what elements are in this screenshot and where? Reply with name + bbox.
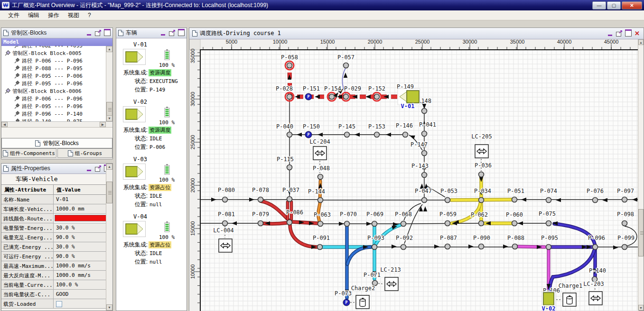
map-point-P-053[interactable] — [445, 198, 450, 203]
map-point-P-096[interactable] — [593, 245, 598, 250]
map-point-P-062[interactable] — [479, 221, 484, 226]
map-point-P-097[interactable] — [622, 197, 627, 202]
map-vertical-scrollbar[interactable]: ▲ ▼ — [638, 39, 644, 311]
map-point-P-051[interactable] — [512, 197, 517, 202]
tree-path-item[interactable]: 路径 P-095 --- P-096 — [1, 102, 106, 110]
scroll-up-icon[interactable]: ▲ — [106, 46, 112, 52]
scroll-thumb[interactable] — [638, 209, 644, 256]
tree-path-item[interactable]: 路径 P-088 --- P-095 — [1, 64, 106, 72]
scroll-down-icon[interactable]: ▼ — [106, 304, 112, 311]
map-point-P-075[interactable] — [546, 221, 551, 226]
panel-maximize-icon[interactable] — [177, 30, 185, 36]
map-point-P-144[interactable] — [318, 198, 323, 203]
map-point-P-086[interactable] — [287, 220, 292, 225]
map-point-P-153[interactable] — [374, 132, 380, 137]
tree-vertical-scrollbar[interactable]: ▲ ▼ — [106, 46, 112, 121]
tab-groups[interactable]: 组-Groups — [57, 148, 112, 158]
map-point-P-080[interactable] — [223, 197, 228, 202]
map-vehicle-v-01[interactable] — [398, 89, 420, 105]
scroll-down-icon[interactable]: ▼ — [638, 305, 644, 311]
property-row[interactable]: 电量预警-Energ...30.0 % — [1, 223, 112, 233]
property-row[interactable]: 最高速-Maximum...1000.0 mm/s — [1, 261, 112, 271]
map-location-Charge1[interactable] — [563, 293, 576, 306]
map-point-P-070[interactable] — [345, 221, 350, 227]
scroll-thumb[interactable] — [106, 182, 112, 203]
tree-horizontal-scrollbar[interactable]: ◀ ▶ — [1, 122, 112, 128]
blocks-footer-bar[interactable]: 管制区-Blocks — [1, 138, 112, 148]
map-point-P-060[interactable] — [512, 221, 517, 226]
panel-maximize-icon[interactable] — [625, 30, 632, 37]
map-point-P-047[interactable] — [422, 198, 427, 203]
panel-popout-icon[interactable] — [94, 30, 102, 36]
map-point-P-145[interactable] — [345, 132, 350, 137]
driving-course-map[interactable]: 5000100001500020000250003000035000400004… — [189, 39, 639, 311]
properties-scrollbar[interactable]: ▲ ▼ — [106, 164, 112, 311]
map-point-P-076[interactable] — [593, 198, 598, 203]
map-point-P-058[interactable] — [287, 63, 292, 68]
tree-path-item[interactable]: 路径 P-140 --- P-075 — [1, 118, 106, 122]
map-point-P-068[interactable] — [401, 221, 406, 227]
map-point-P-029[interactable] — [344, 94, 349, 100]
vehicle-icon-box[interactable] — [123, 49, 146, 65]
property-row[interactable]: 可运行-Energy ...90.0 % — [1, 252, 112, 261]
map-point-P-095[interactable] — [546, 245, 551, 250]
loaded-checkbox[interactable] — [56, 301, 62, 307]
map-point-P-146[interactable] — [403, 132, 408, 137]
map-point-P-098[interactable] — [622, 221, 627, 226]
property-value[interactable] — [54, 299, 112, 308]
map-location-LC-204[interactable] — [313, 146, 327, 160]
map-point-P-147[interactable] — [422, 151, 427, 156]
panel-close-icon[interactable]: ✕ — [634, 30, 641, 37]
panel-minimize-icon[interactable] — [85, 30, 93, 36]
route-color-swatch[interactable] — [55, 215, 112, 221]
window-minimize-button[interactable]: — — [592, 1, 606, 9]
map-point-P-037[interactable] — [287, 197, 292, 202]
map-point-P-057[interactable] — [344, 63, 349, 68]
map-point-P-148[interactable] — [422, 109, 427, 114]
map-location-LC-213[interactable] — [385, 277, 398, 291]
tree-path-item[interactable]: 路径 P-096 --- P-140 — [1, 110, 106, 118]
menu-item-1[interactable]: 文件 — [4, 10, 24, 20]
map-point-P-093[interactable] — [372, 245, 377, 250]
map-location-Charge2[interactable] — [356, 295, 369, 309]
map-point-P-048[interactable] — [318, 174, 323, 180]
menu-item-3[interactable]: 操作 — [44, 10, 64, 20]
panel-minimize-icon[interactable] — [607, 30, 614, 37]
property-row[interactable]: 车辆长度-Vehic...1000.0 mm — [1, 204, 112, 214]
map-point-P-040[interactable] — [287, 132, 292, 137]
map-location-LC-004[interactable] — [219, 239, 232, 252]
vehicle-icon-box[interactable] — [123, 164, 146, 180]
menu-item-2[interactable]: 编辑 — [24, 10, 44, 20]
map-point-P-092[interactable] — [401, 245, 406, 250]
map-point-P-078[interactable] — [258, 197, 263, 202]
map-point-P-090[interactable] — [479, 244, 484, 249]
property-row[interactable]: 当前电量-Curre...100.0 % — [1, 280, 112, 290]
property-row[interactable]: 当前电量状态-C...GOOD — [1, 290, 112, 299]
map-point-P-069[interactable] — [372, 221, 377, 227]
vehicle-card-v-02[interactable]: V-02100 %系统集成:资源调度状态:IDLE位置:P-006 — [116, 99, 187, 151]
window-maximize-button[interactable]: ▢ — [607, 1, 621, 9]
map-point-P-059[interactable] — [445, 221, 450, 226]
tree-block-item[interactable]: 管制区-Block Block-0005 — [1, 49, 106, 57]
map-location-LC-203[interactable] — [589, 292, 602, 305]
menu-item-5[interactable]: ? — [84, 11, 95, 19]
vehicle-icon-box[interactable] — [123, 106, 146, 122]
tree-path-item[interactable]: 路径 P-006 --- P-096 — [1, 57, 106, 64]
property-row[interactable]: 最大反向速度-M...1000.0 mm/s — [1, 271, 112, 280]
tree-path-item[interactable]: 路径 P-006 --- P-096 — [1, 95, 106, 102]
vehicle-card-v-04[interactable]: V-04100 %系统集成:资源占位状态:IDLE位置:null — [116, 213, 187, 266]
tree-path-item[interactable]: 路径 P-095 --- P-096 — [1, 80, 106, 87]
panel-maximize-icon[interactable] — [103, 30, 111, 36]
map-point-P-041[interactable] — [422, 131, 427, 137]
map-point-P-028[interactable] — [287, 94, 292, 100]
panel-minimize-icon[interactable] — [159, 30, 167, 36]
map-point-P-115[interactable] — [287, 165, 292, 170]
property-row[interactable]: 已满充-Energy ...30.0 % — [1, 242, 112, 252]
property-row[interactable]: 名称-NameV-01 — [1, 195, 112, 204]
map-point-P-143[interactable] — [422, 173, 427, 178]
map-point-P-088[interactable] — [513, 244, 518, 249]
vehicle-icon-box[interactable] — [123, 221, 146, 237]
panel-popout-icon[interactable] — [168, 30, 176, 36]
tab-components[interactable]: 组件-Components — [1, 148, 56, 158]
property-row[interactable]: 路线颜色-Route... — [1, 214, 112, 223]
